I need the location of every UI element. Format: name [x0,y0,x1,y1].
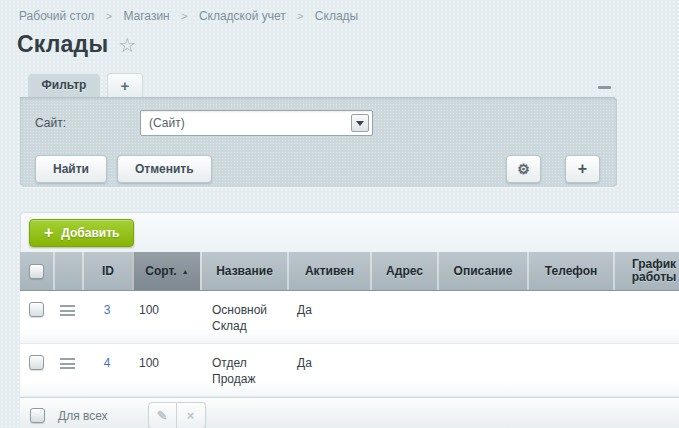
for-all-label: Для всех [58,409,108,423]
cell-name: Основной Склад [200,291,287,343]
gear-icon: ⚙ [517,161,530,177]
row-menu-header-cell [53,252,82,290]
cell-address [370,291,437,343]
cell-schedule [613,344,679,396]
add-warehouse-button[interactable]: + Добавить [29,219,134,247]
delete-selected-button[interactable]: × [177,402,206,428]
cell-description [437,344,527,396]
column-header-sort[interactable]: Сорт. ▲ [132,252,200,290]
select-all-checkbox[interactable] [29,264,44,279]
column-header-phone[interactable]: Телефон [527,252,613,290]
breadcrumb-separator: > [297,10,303,22]
cell-active: Да [287,291,370,343]
site-label: Сайт: [35,116,140,130]
plus-icon: + [578,161,587,177]
table-row: 4 100 Отдел Продаж Да [20,344,679,397]
row-menu-icon[interactable] [60,305,75,316]
title-row: Склады ☆ [17,31,136,58]
filter-tabs: Фильтр + [20,73,617,97]
page-title: Склады [17,31,108,58]
row-menu-icon[interactable] [60,358,75,369]
breadcrumb-item-inventory[interactable]: Складской учет [199,9,286,23]
filter-panel: Фильтр + Сайт: (Сайт) Найти Отменить ⚙ [20,73,617,187]
edit-icon: ✎ [157,409,168,422]
column-header-name[interactable]: Название [200,252,287,290]
warehouses-page: Рабочий стол > Магазин > Складской учет … [0,0,679,428]
select-all-header-cell [20,252,53,290]
select-all-footer-checkbox[interactable] [30,408,45,423]
breadcrumb-separator: > [181,10,187,22]
tab-filter[interactable]: Фильтр [28,73,100,97]
warehouse-id-link[interactable]: 3 [104,303,111,317]
filter-buttons-row: Найти Отменить ⚙ + [35,155,600,183]
filter-panel-body: Сайт: (Сайт) Найти Отменить ⚙ + [20,97,617,187]
column-header-schedule[interactable]: График работы [613,252,679,290]
chevron-down-icon[interactable] [351,114,369,132]
cell-phone [527,291,613,343]
warehouse-id-link[interactable]: 4 [104,356,111,370]
site-field-row: Сайт: (Сайт) [35,110,373,136]
favorite-star-icon[interactable]: ☆ [118,35,136,55]
column-header-id[interactable]: ID [82,252,132,290]
filter-add-field-button[interactable]: + [565,155,600,183]
site-select[interactable]: (Сайт) [140,110,373,136]
cell-name: Отдел Продаж [200,344,287,396]
cell-active: Да [287,344,370,396]
site-select-value: (Сайт) [141,111,372,135]
breadcrumb-item-shop[interactable]: Магазин [123,9,169,23]
breadcrumb-item-warehouses[interactable]: Склады [315,9,358,23]
add-warehouse-label: Добавить [61,226,119,240]
cell-description [437,291,527,343]
column-header-sort-label: Сорт. [145,265,176,278]
cell-sort: 100 [132,344,200,396]
collapse-filter-icon[interactable] [598,86,611,89]
grid-toolbar: + Добавить [20,212,679,252]
column-header-description[interactable]: Описание [437,252,527,290]
cell-address [370,344,437,396]
breadcrumb-item-desktop[interactable]: Рабочий стол [19,9,94,23]
breadcrumb: Рабочий стол > Магазин > Складской учет … [19,9,358,23]
plus-icon: + [121,77,130,94]
filter-settings-button[interactable]: ⚙ [506,155,541,183]
delete-icon: × [187,409,195,422]
table-row: 3 100 Основной Склад Да [20,291,679,344]
edit-selected-button[interactable]: ✎ [148,402,177,428]
filter-actions: ⚙ + [506,155,600,183]
column-header-address[interactable]: Адрес [370,252,437,290]
row-checkbox[interactable] [29,355,44,370]
add-filter-tab-button[interactable]: + [107,73,143,97]
cancel-button[interactable]: Отменить [117,155,212,183]
grid-footer: Для всех ✎ × [20,397,679,428]
warehouses-grid: + Добавить ID Сорт. ▲ Название Активен А… [20,212,679,428]
cell-sort: 100 [132,291,200,343]
plus-icon: + [44,225,53,241]
grid-header-row: ID Сорт. ▲ Название Активен Адрес Описан… [20,252,679,291]
bulk-actions-group: ✎ × [148,402,206,428]
sort-asc-icon: ▲ [182,265,189,278]
column-header-active[interactable]: Активен [287,252,370,290]
row-checkbox[interactable] [29,302,44,317]
find-button[interactable]: Найти [35,155,107,183]
cell-phone [527,344,613,396]
breadcrumb-separator: > [106,10,112,22]
cell-schedule [613,291,679,343]
